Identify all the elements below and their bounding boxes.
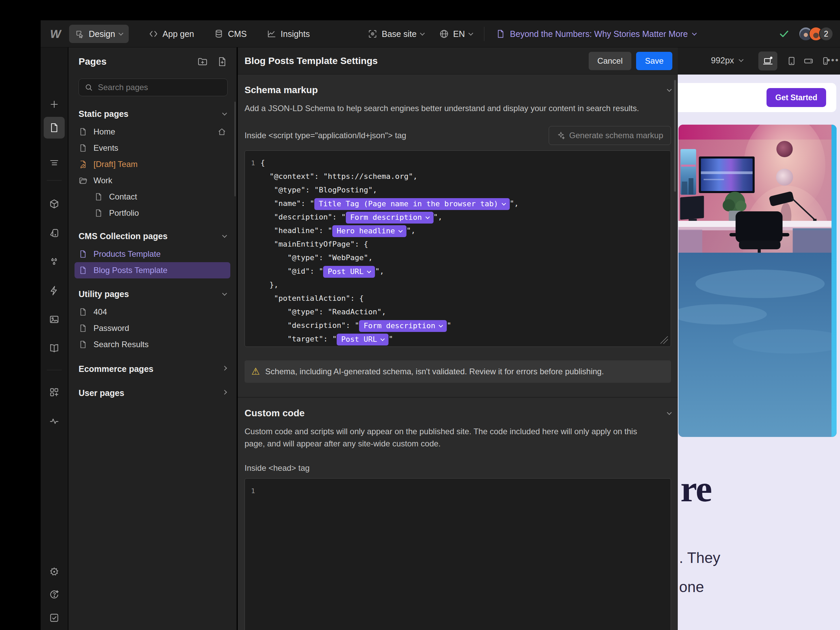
section-static-pages[interactable]: Static pages bbox=[79, 109, 226, 119]
settings-title: Blog Posts Template Settings bbox=[245, 55, 589, 66]
page-item-events[interactable]: Events bbox=[74, 140, 231, 156]
chevron-down-icon bbox=[367, 269, 371, 273]
page-item-draft-team[interactable]: [Draft] Team bbox=[74, 156, 231, 172]
code-line: "potentialAction": { bbox=[245, 292, 671, 305]
webflow-logo: W bbox=[46, 27, 66, 41]
generate-schema-button[interactable]: Generate schema markup bbox=[549, 126, 671, 145]
breakpoint-toolbar: 992px ••• bbox=[678, 47, 840, 74]
draft-page-icon bbox=[79, 160, 87, 169]
page-item-password[interactable]: Password bbox=[74, 320, 231, 336]
page-item-home[interactable]: Home bbox=[74, 124, 231, 140]
page-item-search-results[interactable]: Search Results bbox=[74, 336, 231, 353]
styles-icon[interactable] bbox=[49, 227, 60, 238]
design-cursor-icon bbox=[75, 29, 85, 39]
line-number bbox=[245, 305, 261, 319]
base-site-selector[interactable]: Base site bbox=[368, 29, 424, 39]
schema-field-pill[interactable]: Post URL bbox=[323, 266, 375, 278]
folder-icon bbox=[79, 176, 87, 185]
site-audit-icon[interactable] bbox=[49, 415, 60, 426]
design-mode-button[interactable]: Design bbox=[69, 25, 129, 43]
page-item-products-template[interactable]: Products Template bbox=[74, 246, 231, 262]
scrollbar[interactable] bbox=[234, 102, 236, 196]
gear-icon[interactable] bbox=[49, 566, 60, 577]
schema-field-pill-label: Title Tag (Page name in the browser tab) bbox=[319, 197, 498, 211]
current-page-selector[interactable]: Beyond the Numbers: Why Stories Matter M… bbox=[496, 29, 696, 39]
help-icon[interactable] bbox=[49, 589, 60, 600]
interactions-icon[interactable] bbox=[49, 285, 60, 296]
schema-field-pill[interactable]: Form description bbox=[346, 212, 434, 224]
section-user-pages[interactable]: User pages bbox=[79, 388, 226, 398]
more-icon[interactable]: ••• bbox=[827, 55, 839, 65]
breakpoint-desktop-button[interactable] bbox=[758, 52, 777, 71]
app-gen-label: App gen bbox=[163, 29, 194, 39]
assets-icon[interactable] bbox=[49, 314, 60, 325]
locale-label: EN bbox=[453, 29, 465, 39]
collaborator-avatars[interactable]: 2 bbox=[799, 27, 833, 41]
chevron-right-icon bbox=[222, 366, 227, 371]
cancel-button[interactable]: Cancel bbox=[589, 52, 632, 70]
page-item-label: Events bbox=[93, 143, 118, 153]
divider bbox=[47, 370, 62, 370]
head-code-editor[interactable]: 1 bbox=[245, 478, 671, 630]
insights-tab[interactable]: Insights bbox=[267, 29, 310, 39]
page-item-label: Search Results bbox=[93, 340, 149, 349]
chevron-right-icon bbox=[222, 390, 227, 395]
chevron-down-icon bbox=[692, 30, 697, 35]
folder-plus-icon[interactable] bbox=[197, 56, 208, 67]
breakpoint-width-selector[interactable]: 992px bbox=[711, 55, 743, 65]
page-item-contact[interactable]: Contact bbox=[74, 189, 231, 205]
site-navbar-preview: Get Started bbox=[678, 83, 836, 112]
pages-search[interactable] bbox=[79, 79, 227, 96]
breakpoint-phone-landscape-button[interactable] bbox=[799, 52, 818, 71]
collaborator-count-badge[interactable]: 2 bbox=[819, 27, 833, 41]
breakpoint-tablet-button[interactable] bbox=[782, 52, 801, 71]
schema-section-header[interactable]: Schema markup bbox=[245, 85, 671, 96]
globe-icon bbox=[439, 29, 449, 39]
article-heading-fragment: re bbox=[681, 467, 712, 510]
code-line: "description": "Form description" bbox=[245, 319, 671, 332]
page-item-label: [Draft] Team bbox=[93, 159, 137, 169]
custom-code-section-header[interactable]: Custom code bbox=[245, 408, 671, 418]
code-line: 1{ bbox=[245, 156, 671, 170]
page-item-label: 404 bbox=[93, 307, 107, 317]
section-label: User pages bbox=[79, 388, 124, 398]
scrollbar[interactable] bbox=[674, 80, 676, 192]
schema-field-pill[interactable]: Title Tag (Page name in the browser tab) bbox=[314, 198, 510, 210]
section-ecommerce-pages[interactable]: Ecommerce pages bbox=[79, 364, 226, 374]
section-utility-pages[interactable]: Utility pages bbox=[79, 289, 226, 299]
warning-text: Schema, including AI-generated schema, i… bbox=[265, 367, 604, 376]
page-item-blog-posts-template[interactable]: Blog Posts Template bbox=[74, 262, 231, 278]
get-started-button[interactable]: Get Started bbox=[766, 88, 826, 107]
chevron-down-icon bbox=[439, 323, 443, 328]
code-icon bbox=[148, 29, 158, 39]
page-item-404[interactable]: 404 bbox=[74, 304, 231, 320]
section-label: Ecommerce pages bbox=[79, 364, 153, 374]
generate-schema-label: Generate schema markup bbox=[569, 131, 663, 140]
page-item-portfolio[interactable]: Portfolio bbox=[74, 205, 231, 221]
schema-field-pill[interactable]: Hero headline bbox=[332, 225, 406, 237]
page-item-work-folder[interactable]: Work bbox=[74, 172, 231, 189]
section-cms-pages[interactable]: CMS Collection pages bbox=[79, 231, 226, 241]
page-item-label: Password bbox=[93, 324, 129, 333]
cms-tab[interactable]: CMS bbox=[214, 29, 247, 39]
app-gen-tab[interactable]: App gen bbox=[148, 29, 194, 39]
schema-field-pill[interactable]: Post URL bbox=[337, 334, 388, 346]
components-icon[interactable] bbox=[49, 199, 60, 209]
schema-field-pill[interactable]: Form description bbox=[359, 320, 447, 332]
pages-panel-button[interactable] bbox=[44, 117, 65, 139]
pages-search-input[interactable] bbox=[98, 83, 222, 92]
code-line: "target": "Post URL" bbox=[245, 332, 671, 346]
schema-code-editor[interactable]: 1{ "@context": "https://schema.org", "@t… bbox=[245, 150, 671, 347]
variables-icon[interactable] bbox=[49, 256, 60, 267]
locale-selector[interactable]: EN bbox=[439, 29, 472, 39]
style-guide-icon[interactable] bbox=[49, 343, 60, 354]
todo-icon[interactable] bbox=[49, 613, 60, 623]
resize-handle[interactable] bbox=[660, 336, 668, 344]
navigator-icon[interactable] bbox=[49, 157, 60, 168]
page-plus-icon[interactable] bbox=[217, 56, 227, 67]
add-element-icon[interactable] bbox=[49, 99, 60, 110]
apps-icon[interactable] bbox=[49, 387, 60, 398]
save-button[interactable]: Save bbox=[636, 52, 672, 70]
page-icon bbox=[496, 29, 505, 39]
divider bbox=[238, 397, 678, 398]
